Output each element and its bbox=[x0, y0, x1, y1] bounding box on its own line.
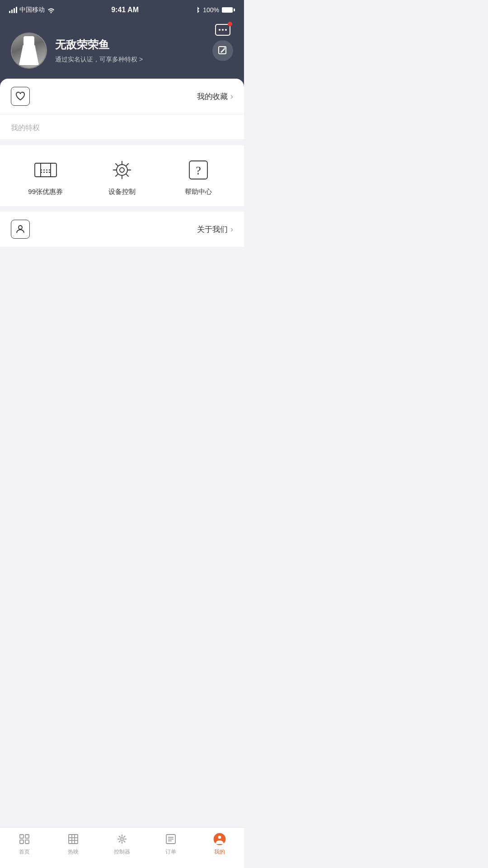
carrier-label: 中国移动 bbox=[19, 6, 45, 14]
svg-point-2 bbox=[222, 29, 224, 31]
status-left: 中国移动 bbox=[9, 6, 55, 14]
svg-text:?: ? bbox=[196, 164, 202, 177]
person-icon bbox=[15, 224, 26, 235]
collections-row[interactable]: 我的收藏 › bbox=[0, 79, 244, 114]
privileges-section-label: 我的特权 bbox=[11, 124, 40, 132]
wifi-icon bbox=[47, 7, 55, 13]
bluetooth-icon bbox=[195, 6, 200, 14]
edit-icon bbox=[218, 46, 228, 56]
about-right: 关于我们 › bbox=[197, 224, 233, 235]
message-icon-wrap bbox=[214, 23, 231, 38]
battery-percent: 100% bbox=[203, 6, 219, 14]
about-chevron: › bbox=[230, 225, 233, 234]
status-bar: 中国移动 9:41 AM 100% bbox=[0, 0, 244, 20]
profile-username: 无敌荣荣鱼 bbox=[55, 38, 204, 52]
svg-point-15 bbox=[19, 226, 22, 229]
collections-chevron: › bbox=[230, 92, 233, 101]
about-row[interactable]: 关于我们 › bbox=[0, 212, 244, 247]
about-section: 关于我们 › bbox=[0, 212, 244, 247]
collections-right: 我的收藏 › bbox=[197, 91, 233, 102]
coupon-icon bbox=[33, 158, 58, 182]
my-privileges-section: 我的特权 bbox=[0, 114, 244, 140]
privilege-help[interactable]: ? 帮助中心 bbox=[160, 158, 237, 196]
person-icon-box bbox=[11, 220, 30, 239]
about-left bbox=[11, 220, 30, 239]
signal-icon bbox=[9, 7, 17, 13]
collections-left bbox=[11, 87, 30, 106]
privilege-coupon[interactable]: 99张优惠券 bbox=[7, 158, 84, 196]
status-time: 9:41 AM bbox=[111, 6, 139, 14]
avatar-figure bbox=[19, 36, 39, 68]
device-icon bbox=[110, 158, 134, 182]
profile-info: 无敌荣荣鱼 通过实名认证，可享多种特权 > bbox=[55, 38, 204, 64]
help-icon: ? bbox=[186, 158, 211, 182]
privileges-grid: 99张优惠券 设备控制 ? 帮助中心 bbox=[0, 145, 244, 206]
profile-header: 无敌荣荣鱼 通过实名认证，可享多种特权 > bbox=[0, 20, 244, 87]
avatar-image bbox=[12, 33, 46, 68]
profile-row: 无敌荣荣鱼 通过实名认证，可享多种特权 > bbox=[11, 33, 233, 69]
collections-label: 我的收藏 bbox=[197, 91, 228, 102]
avatar[interactable] bbox=[11, 33, 47, 69]
device-label: 设备控制 bbox=[108, 188, 136, 196]
privilege-device[interactable]: 设备控制 bbox=[84, 158, 160, 196]
svg-point-1 bbox=[219, 29, 221, 31]
heart-icon-box bbox=[11, 87, 30, 106]
message-badge bbox=[228, 22, 232, 26]
message-button[interactable] bbox=[212, 20, 233, 41]
content-card: 我的收藏 › 我的特权 bbox=[0, 79, 244, 140]
status-right: 100% bbox=[195, 6, 235, 14]
profile-subtitle[interactable]: 通过实名认证，可享多种特权 > bbox=[55, 56, 204, 64]
svg-rect-5 bbox=[35, 163, 56, 177]
about-label: 关于我们 bbox=[197, 224, 228, 235]
edit-profile-button[interactable] bbox=[212, 40, 233, 61]
battery-icon bbox=[222, 7, 235, 13]
heart-icon bbox=[15, 92, 25, 101]
privileges-section: 99张优惠券 设备控制 ? 帮助中心 bbox=[0, 145, 244, 206]
svg-point-12 bbox=[120, 168, 124, 172]
svg-point-11 bbox=[117, 165, 127, 175]
help-label: 帮助中心 bbox=[185, 188, 212, 196]
svg-point-3 bbox=[225, 29, 227, 31]
coupon-label: 99张优惠券 bbox=[28, 188, 63, 196]
